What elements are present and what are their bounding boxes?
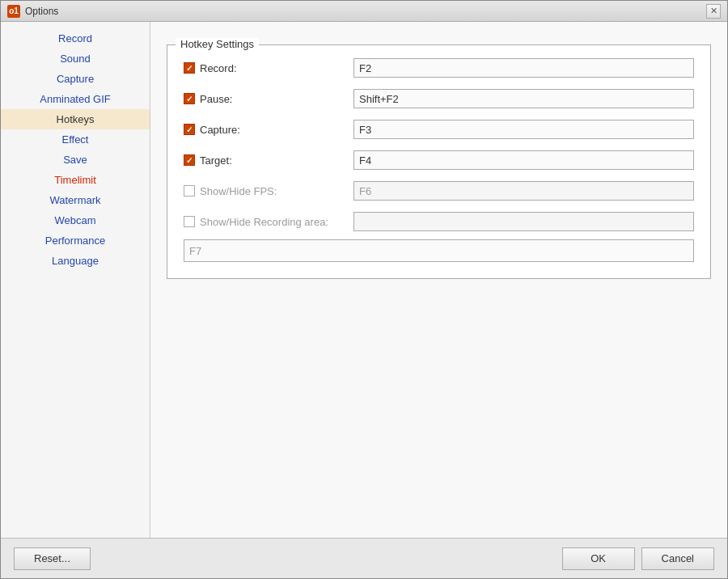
- show-hide-recording-row: Show/Hide Recording area:: [184, 212, 694, 231]
- sidebar-item-timelimit[interactable]: Timelimit: [1, 170, 150, 190]
- record-hotkey-row: Record:: [184, 58, 694, 78]
- bottom-bar: Reset... OK Cancel: [1, 538, 727, 578]
- sidebar-item-webcam[interactable]: Webcam: [1, 210, 150, 230]
- app-icon: o1: [7, 5, 20, 18]
- record-label-text: Record:: [200, 62, 237, 74]
- title-bar: o1 Options ✕: [1, 1, 727, 22]
- show-hide-recording-label: Show/Hide Recording area:: [184, 216, 345, 228]
- show-hide-recording-input[interactable]: [353, 212, 694, 231]
- sidebar-item-sound[interactable]: Sound: [1, 49, 150, 69]
- capture-hotkey-input[interactable]: [353, 120, 694, 139]
- sidebar-item-capture[interactable]: Capture: [1, 69, 150, 89]
- show-hide-recording-label-text: Show/Hide Recording area:: [200, 216, 328, 228]
- group-title: Hotkey Settings: [176, 38, 259, 50]
- sidebar-item-animated-gif[interactable]: Anminated GIF: [1, 89, 150, 109]
- target-label: Target:: [184, 154, 345, 167]
- cancel-button[interactable]: Cancel: [641, 547, 714, 570]
- hotkey-settings-group: Hotkey Settings Record: Pause:: [167, 44, 711, 279]
- show-hide-recording-checkbox[interactable]: [184, 216, 195, 227]
- target-hotkey-input[interactable]: [353, 150, 694, 170]
- sidebar-item-save[interactable]: Save: [1, 150, 150, 170]
- pause-label-text: Pause:: [200, 93, 232, 105]
- target-checkbox[interactable]: [184, 154, 195, 166]
- window-title: Options: [25, 6, 58, 17]
- show-hide-fps-label-text: Show/Hide FPS:: [200, 185, 277, 197]
- sidebar-item-language[interactable]: Language: [1, 251, 150, 271]
- target-hotkey-row: Target:: [184, 150, 694, 170]
- pause-checkbox[interactable]: [184, 93, 195, 104]
- standalone-input-row: [184, 239, 694, 262]
- reset-button[interactable]: Reset...: [14, 547, 91, 570]
- sidebar-item-effect[interactable]: Effect: [1, 129, 150, 150]
- record-checkbox[interactable]: [184, 62, 195, 74]
- show-hide-fps-label: Show/Hide FPS:: [184, 185, 345, 197]
- standalone-f7-input[interactable]: [184, 239, 694, 262]
- capture-checkbox[interactable]: [184, 124, 195, 135]
- sidebar-item-performance[interactable]: Performance: [1, 230, 150, 251]
- options-dialog: o1 Options ✕ Record Sound Capture Anmina…: [0, 0, 728, 579]
- show-hide-fps-checkbox[interactable]: [184, 185, 195, 197]
- title-bar-left: o1 Options: [7, 5, 58, 18]
- pause-hotkey-row: Pause:: [184, 89, 694, 108]
- capture-hotkey-row: Capture:: [184, 120, 694, 139]
- close-button[interactable]: ✕: [706, 4, 721, 19]
- main-panel: Hotkey Settings Record: Pause:: [150, 22, 727, 538]
- sidebar-item-hotkeys[interactable]: Hotkeys: [1, 109, 150, 129]
- ok-button[interactable]: OK: [562, 547, 635, 570]
- ok-cancel-group: OK Cancel: [562, 547, 714, 570]
- pause-hotkey-input[interactable]: [353, 89, 694, 108]
- dialog-content: Record Sound Capture Anminated GIF Hotke…: [1, 22, 727, 538]
- record-label: Record:: [184, 62, 345, 74]
- sidebar-item-record[interactable]: Record: [1, 28, 150, 49]
- pause-label: Pause:: [184, 93, 345, 105]
- sidebar: Record Sound Capture Anminated GIF Hotke…: [1, 22, 150, 538]
- show-hide-fps-row: Show/Hide FPS:: [184, 181, 694, 201]
- target-label-text: Target:: [200, 154, 232, 167]
- sidebar-item-watermark[interactable]: Watermark: [1, 190, 150, 210]
- capture-label: Capture:: [184, 124, 345, 136]
- capture-label-text: Capture:: [200, 124, 240, 136]
- show-hide-fps-input[interactable]: [353, 181, 694, 201]
- record-hotkey-input[interactable]: [353, 58, 694, 78]
